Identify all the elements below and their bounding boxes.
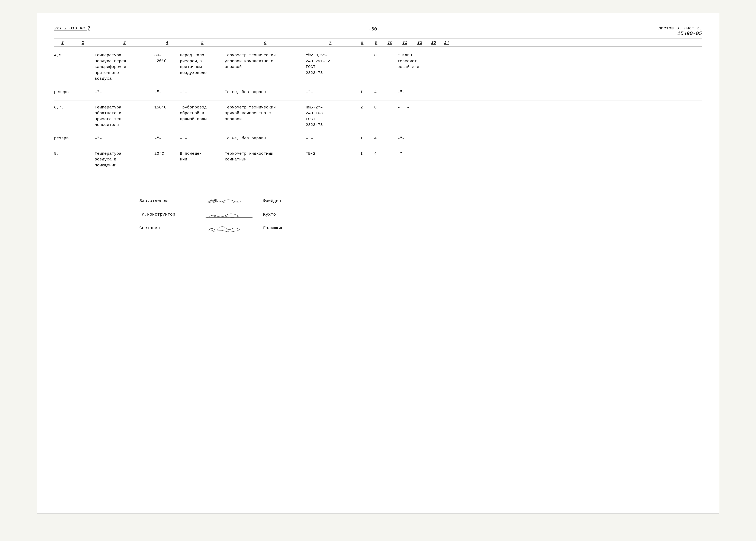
col-header-1: I bbox=[54, 40, 71, 45]
doc-number: 15490-05 bbox=[658, 31, 702, 36]
row3-instr: Термометр техническийпрямой комплектно с… bbox=[225, 105, 306, 128]
table-row: 8. Температуравоздуха впомещении 20°С В … bbox=[54, 147, 702, 172]
row5-model: ТБ-2 bbox=[306, 151, 355, 169]
doc-reference: 221-1-313 ял.ÿ bbox=[54, 26, 90, 31]
row1-model: У№2-0,5°–240-291– 2ГОСТ–2823-73 bbox=[306, 52, 355, 82]
table-row: резерв –"– –"– –"– То же, без оправы –"–… bbox=[54, 86, 702, 101]
row5-c10 bbox=[383, 151, 398, 169]
row5-desc: Температуравоздуха впомещении bbox=[95, 151, 154, 169]
row4-c8: I bbox=[355, 136, 370, 143]
row4-num: резерв bbox=[54, 136, 71, 143]
table-body: 4,5. Температуравоздуха передкалорифером… bbox=[54, 49, 702, 172]
signature-row-1: Зав.отделом 🖊笼﻿ Фрейдин bbox=[139, 198, 702, 204]
row5-temp: 20°С bbox=[154, 151, 180, 169]
row4-temp: –"– bbox=[154, 136, 180, 143]
row4-instr: То же, без оправы bbox=[225, 136, 306, 143]
row2-temp: –"– bbox=[154, 89, 180, 97]
sheets-label: Листов 3. Лист 3. bbox=[658, 26, 702, 31]
row5-loc: В помеще-нии bbox=[180, 151, 225, 169]
row1-temp: 30–-20°С bbox=[154, 52, 180, 82]
col-header-3: 3 bbox=[95, 40, 154, 45]
table-row: 6,7. Температураобратного ипрямого теп-л… bbox=[54, 101, 702, 132]
row2-c9: 4 bbox=[370, 89, 383, 97]
row1-supplier: г.Клинтермомет-ровый з-д bbox=[398, 52, 440, 82]
row4-c9: 4 bbox=[370, 136, 383, 143]
row4-sup: –"– bbox=[398, 136, 440, 143]
col-header-13: I3 bbox=[427, 40, 440, 45]
col-header-12: I2 bbox=[412, 40, 427, 45]
sig-line-3 bbox=[206, 225, 252, 231]
page-number: -60- bbox=[369, 27, 380, 32]
col-header-4: 4 bbox=[154, 40, 180, 45]
header: 221-1-313 ял.ÿ -60- Листов 3. Лист 3. 15… bbox=[54, 26, 702, 36]
row3-desc: Температураобратного ипрямого теп-лоноси… bbox=[95, 105, 154, 128]
col-header-7: 7 bbox=[306, 40, 355, 45]
row4-loc: –"– bbox=[180, 136, 225, 143]
row5-empty bbox=[71, 151, 95, 169]
row4-model: –"– bbox=[306, 136, 355, 143]
col-header-6: 6 bbox=[225, 40, 306, 45]
row5-sup: –"– bbox=[398, 151, 440, 169]
row2-c8: I bbox=[355, 89, 370, 97]
row5-num: 8. bbox=[54, 151, 71, 169]
col-header-10: IO bbox=[383, 40, 398, 45]
row4-empty bbox=[71, 136, 95, 143]
sig-svg-1 bbox=[206, 198, 244, 204]
row1-description: Температуравоздуха передкалорифером ипри… bbox=[95, 52, 154, 82]
sig-svg-2 bbox=[206, 212, 244, 219]
table-row: резерв –"– –"– –"– То же, без оправы –"–… bbox=[54, 132, 702, 147]
sig-name-1: Фрейдин bbox=[263, 198, 281, 203]
row2-instr: То же, без оправы bbox=[225, 89, 306, 97]
row2-model: –"– bbox=[306, 89, 355, 97]
sig-role-2: Гл.конструктор bbox=[139, 212, 199, 217]
row1-location: Перед кало-рифером,вприточномвоздуховоде bbox=[180, 52, 225, 82]
row3-empty bbox=[71, 105, 95, 128]
sig-name-3: Галушкин bbox=[263, 226, 284, 231]
row4-c10 bbox=[383, 136, 398, 143]
signatures-section: Зав.отделом 🖊笼﻿ Фрейдин Гл.конструктор К… bbox=[139, 198, 702, 231]
row5-c8: I bbox=[355, 151, 370, 169]
row2-c10 bbox=[383, 89, 398, 97]
sig-svg-3 bbox=[206, 224, 244, 233]
row2-sup: –"– bbox=[398, 89, 440, 97]
col-header-2: 2 bbox=[71, 40, 95, 45]
row2-num: резерв bbox=[54, 89, 71, 97]
row5-instr: Термометр жидкостныйкомнатный bbox=[225, 151, 306, 169]
table-row: 4,5. Температуравоздуха передкалорифером… bbox=[54, 49, 702, 86]
row3-c9: 8 bbox=[370, 105, 383, 128]
col-header-11: II bbox=[398, 40, 412, 45]
row2-empty bbox=[71, 89, 95, 97]
row3-num: 6,7. bbox=[54, 105, 71, 128]
sig-role-1: Зав.отделом bbox=[139, 198, 199, 203]
row3-sup: – " – bbox=[398, 105, 440, 128]
signature-row-2: Гл.конструктор Кухто bbox=[139, 212, 702, 218]
col-header-14: I4 bbox=[440, 40, 453, 45]
sig-role-3: Составил bbox=[139, 226, 199, 231]
row3-temp: 150°С bbox=[154, 105, 180, 128]
row1-num: 4,5. bbox=[54, 52, 71, 82]
row2-loc: –"– bbox=[180, 89, 225, 97]
row5-c9: 4 bbox=[370, 151, 383, 169]
document-page: 221-1-313 ял.ÿ -60- Листов 3. Лист 3. 15… bbox=[37, 13, 719, 513]
row3-c10 bbox=[383, 105, 398, 128]
row2-desc: –"– bbox=[95, 89, 154, 97]
signature-row-3: Составил Галушкин bbox=[139, 225, 702, 231]
col-header-9: 9 bbox=[370, 40, 383, 45]
row4-desc: –"– bbox=[95, 136, 154, 143]
row1-c10 bbox=[383, 52, 398, 82]
row1-count1 bbox=[355, 52, 370, 82]
col-header-8: 8 bbox=[355, 40, 370, 45]
row1-count2: 8 bbox=[370, 52, 383, 82]
col-header-5: 5 bbox=[180, 40, 225, 45]
row3-model: П№5-2°–240-103ГОСТ2823-73 bbox=[306, 105, 355, 128]
row3-loc: Трубопроводобратной ипрямой воды bbox=[180, 105, 225, 128]
column-headers-row: I 2 3 4 5 6 7 8 9 IO II I2 I3 I4 bbox=[54, 39, 702, 46]
row3-c8: 2 bbox=[355, 105, 370, 128]
sheet-info: Листов 3. Лист 3. 15490-05 bbox=[658, 26, 702, 36]
row1-instrument: Термометр техническийугловой комплектно … bbox=[225, 52, 306, 82]
sig-name-2: Кухто bbox=[263, 212, 276, 217]
sig-line-1: 🖊笼 bbox=[206, 198, 252, 204]
sig-line-2 bbox=[206, 212, 252, 218]
row1-empty bbox=[71, 52, 95, 82]
